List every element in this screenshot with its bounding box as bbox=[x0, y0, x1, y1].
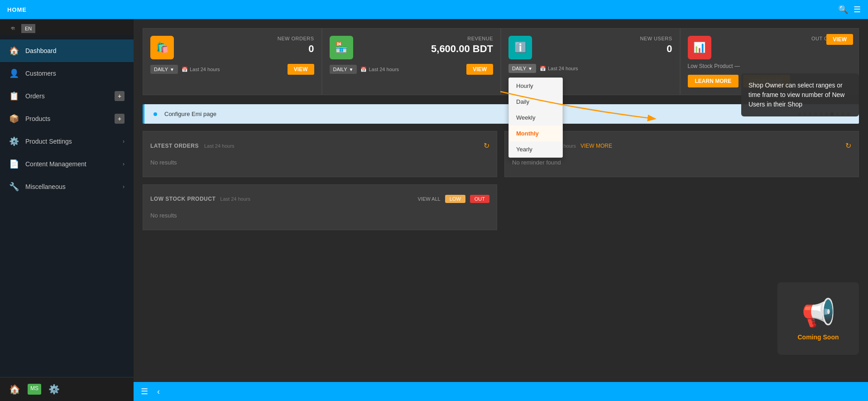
revenue-footer: DAILY ▼ 📅 Last 24 hours VIEW bbox=[330, 64, 494, 75]
top-bar-icons: 🔍 ☰ bbox=[838, 5, 861, 14]
sidebar-item-label: Products bbox=[25, 115, 108, 122]
coming-soon-box: 📢 Coming Soon bbox=[777, 282, 859, 355]
sidebar-item-content-management[interactable]: 📄 Content Management › bbox=[0, 153, 134, 175]
lang-bn[interactable]: বাং bbox=[7, 24, 19, 33]
new-users-icon: ℹ️ bbox=[508, 36, 532, 59]
home-icon: 🏠 bbox=[9, 46, 19, 56]
out-of-stock-view-button[interactable]: VIEW bbox=[826, 34, 853, 45]
sidebar-navigation: 🏠 Dashboard 👤 Customers 📋 Orders + 📦 Pro… bbox=[0, 35, 134, 198]
period-label: DAILY bbox=[154, 67, 168, 72]
latest-orders-header: LATEST ORDERS Last 24 hours ↻ bbox=[150, 137, 489, 154]
new-orders-card: 🛍️ NEW ORDERS 0 DAILY ▼ 📅 Last 24 hours … bbox=[143, 28, 322, 95]
period-label: DAILY bbox=[333, 67, 347, 72]
sidebar-item-label: Orders bbox=[25, 92, 108, 100]
new-users-period-selector[interactable]: DAILY ▼ Hourly Daily Weekly Monthly Year… bbox=[508, 64, 536, 73]
new-orders-label: NEW ORDERS bbox=[179, 36, 314, 41]
new-users-time: 📅 Last 24 hours bbox=[540, 66, 578, 72]
sidebar-item-label: Content Management bbox=[25, 160, 116, 168]
new-users-label: NEW USERS bbox=[537, 36, 672, 41]
chevron-right-icon: › bbox=[123, 184, 125, 190]
left-column: LATEST ORDERS Last 24 hours ↻ No results… bbox=[143, 131, 497, 237]
add-orders-button[interactable]: + bbox=[115, 91, 125, 101]
calendar-icon: 📅 bbox=[360, 67, 367, 72]
sidebar-item-products[interactable]: 📦 Products + bbox=[0, 107, 134, 130]
view-more-link[interactable]: VIEW MORE bbox=[580, 143, 612, 149]
new-orders-view-button[interactable]: VIEW bbox=[288, 64, 314, 75]
new-users-meta: NEW USERS 0 bbox=[537, 36, 672, 55]
revenue-card: 🏪 REVENUE 5,600.00 BDT DAILY ▼ 📅 Last 24… bbox=[322, 28, 501, 95]
latest-orders-section: LATEST ORDERS Last 24 hours ↻ No results bbox=[143, 131, 497, 177]
sidebar: 🔍 বাং EN 🏠 Dashboard 👤 Customers 📋 Order… bbox=[0, 0, 134, 401]
new-orders-value: 0 bbox=[179, 43, 314, 55]
low-stock-title: LOW STOCK PRODUCT bbox=[150, 196, 216, 202]
revenue-view-button[interactable]: VIEW bbox=[466, 64, 493, 75]
customers-icon: 👤 bbox=[9, 68, 19, 78]
content-icon: 📄 bbox=[9, 159, 19, 169]
sidebar-item-label: Dashboard bbox=[25, 47, 125, 54]
revenue-value: 5,600.00 BDT bbox=[359, 43, 494, 55]
banner-text: Configure Emi page bbox=[164, 111, 791, 117]
new-orders-period-selector[interactable]: DAILY ▼ bbox=[150, 65, 178, 74]
coming-soon-label: Coming Soon bbox=[798, 333, 839, 341]
out-filter-button[interactable]: OUT bbox=[470, 195, 489, 203]
lang-en[interactable]: EN bbox=[21, 24, 35, 33]
ms-icon[interactable]: MS bbox=[28, 384, 41, 395]
out-of-stock-icon: 📊 bbox=[688, 36, 711, 59]
misc-icon: 🔧 bbox=[9, 182, 19, 192]
period-label: DAILY bbox=[512, 66, 526, 71]
refresh-orders-icon[interactable]: ↻ bbox=[484, 141, 489, 150]
revenue-period-selector[interactable]: DAILY ▼ bbox=[330, 65, 357, 74]
tooltip-text: Shop Owner can select ranges or time fra… bbox=[748, 82, 844, 108]
no-orders-message: No results bbox=[150, 154, 489, 171]
orders-icon: 📋 bbox=[9, 91, 19, 101]
new-orders-meta: NEW ORDERS 0 bbox=[179, 36, 314, 55]
new-orders-time: 📅 Last 24 hours bbox=[182, 67, 220, 72]
sidebar-item-label: Customers bbox=[25, 70, 125, 77]
revenue-time: 📅 Last 24 hours bbox=[360, 67, 399, 72]
bottom-menu-icon[interactable]: ☰ bbox=[141, 387, 148, 396]
no-reminder-message: No reminder found bbox=[512, 154, 851, 171]
megaphone-icon: 📢 bbox=[801, 297, 835, 329]
add-products-button[interactable]: + bbox=[115, 114, 125, 124]
sidebar-item-miscellaneous[interactable]: 🔧 Miscellaneous › bbox=[0, 175, 134, 198]
search-icon[interactable]: 🔍 bbox=[838, 5, 848, 14]
banner-indicator bbox=[153, 112, 157, 116]
new-users-value: 0 bbox=[537, 43, 672, 55]
sidebar-item-label: Miscellaneous bbox=[25, 183, 116, 190]
chevron-right-icon: › bbox=[123, 138, 125, 145]
bottom-back-icon[interactable]: ‹ bbox=[157, 387, 160, 396]
no-stock-message: No results bbox=[150, 207, 489, 224]
sidebar-item-customers[interactable]: 👤 Customers bbox=[0, 62, 134, 85]
main-content: 🛍️ NEW ORDERS 0 DAILY ▼ 📅 Last 24 hours … bbox=[134, 19, 868, 382]
chevron-down-icon: ▼ bbox=[349, 67, 353, 72]
view-all-button[interactable]: VIEW ALL bbox=[418, 196, 441, 202]
chevron-down-icon: ▼ bbox=[528, 66, 532, 71]
sidebar-item-product-settings[interactable]: ⚙️ Product Settings › bbox=[0, 130, 134, 153]
page-title: HOME bbox=[7, 6, 838, 13]
low-stock-header: LOW STOCK PRODUCT Last 24 hours VIEW ALL… bbox=[150, 190, 489, 207]
revenue-meta: REVENUE 5,600.00 BDT bbox=[359, 36, 494, 55]
reminder-header: REMINDER last 24 hours VIEW MORE ↻ bbox=[512, 137, 851, 154]
tooltip-box: Shop Owner can select ranges or time fra… bbox=[741, 73, 859, 116]
low-stock-time: Last 24 hours bbox=[220, 196, 250, 202]
new-orders-icon: 🛍️ bbox=[150, 36, 174, 59]
home-bottom-icon[interactable]: 🏠 bbox=[9, 384, 20, 395]
settings-icon: ⚙️ bbox=[9, 136, 19, 146]
low-stock-section: LOW STOCK PRODUCT Last 24 hours VIEW ALL… bbox=[143, 184, 497, 230]
sidebar-item-orders[interactable]: 📋 Orders + bbox=[0, 85, 134, 107]
low-filter-button[interactable]: LOW bbox=[445, 195, 465, 203]
refresh-reminder-icon[interactable]: ↻ bbox=[845, 141, 851, 150]
calendar-icon: 📅 bbox=[182, 67, 188, 72]
top-bar: HOME 🔍 ☰ bbox=[0, 0, 868, 19]
learn-more-button[interactable]: LEARN MORE bbox=[688, 75, 739, 87]
gear-icon[interactable]: ⚙️ bbox=[48, 384, 60, 395]
latest-orders-time: Last 24 hours bbox=[204, 143, 235, 149]
sidebar-item-label: Product Settings bbox=[25, 138, 116, 145]
menu-icon[interactable]: ☰ bbox=[854, 5, 861, 14]
chevron-down-icon: ▼ bbox=[170, 67, 174, 72]
sidebar-item-dashboard[interactable]: 🏠 Dashboard bbox=[0, 39, 134, 62]
latest-orders-title: LATEST ORDERS bbox=[150, 143, 199, 149]
chevron-right-icon: › bbox=[123, 161, 125, 167]
period-option-yearly[interactable]: Yearly bbox=[509, 141, 562, 157]
language-toggle: বাং EN bbox=[0, 19, 134, 35]
